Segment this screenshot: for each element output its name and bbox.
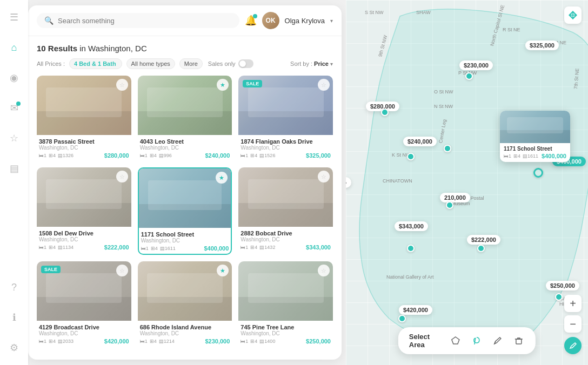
popup-beds: 🛏1 xyxy=(504,153,511,159)
favorite-button-6[interactable]: ☆ xyxy=(318,171,330,182)
map-dot-d2[interactable] xyxy=(381,109,389,116)
zoom-out-button[interactable]: − xyxy=(564,315,582,333)
favorite-button-7[interactable]: ☆ xyxy=(116,265,128,276)
svg-marker-3 xyxy=(569,11,577,19)
property-card-2[interactable]: ★4043 Leo StreetWashington, DC 🛏1 ⊞4 ▤99… xyxy=(138,76,232,161)
sqft-detail: ▤1326 xyxy=(58,153,74,158)
property-card-6[interactable]: ☆2882 Bobcat DriveWashington, DC 🛏1 ⊞4 ▤… xyxy=(238,167,333,255)
price-bubble-b10[interactable]: $250,000 xyxy=(546,281,579,290)
map-dot-d10[interactable] xyxy=(533,168,543,178)
map-dot-d6[interactable] xyxy=(407,245,415,252)
sort-value[interactable]: Price xyxy=(314,60,329,67)
baths-detail: ⊞4 xyxy=(151,246,158,251)
polygon-tool[interactable] xyxy=(449,333,462,348)
sort-chevron-icon[interactable]: ▾ xyxy=(330,61,333,67)
map-dot-d3[interactable] xyxy=(444,145,451,152)
price-bubble-b8[interactable]: $222,000 xyxy=(467,235,500,245)
price-bubble-b4[interactable]: $240,000 xyxy=(403,137,437,146)
map-dot-d7[interactable] xyxy=(477,245,485,252)
map-controls-top xyxy=(564,6,582,24)
property-name-7: 4129 Broadcast Drive xyxy=(39,324,129,330)
property-details-3: 🛏1 ⊞4 ▤1526 $325,000 xyxy=(240,152,331,159)
property-price-6: $343,000 xyxy=(306,244,331,251)
sales-toggle[interactable] xyxy=(238,59,253,68)
map-dot-d9[interactable] xyxy=(555,293,563,301)
sidebar-item-globe[interactable]: ◉ xyxy=(5,69,23,86)
price-bubble-b2[interactable]: $230,000 xyxy=(459,60,493,70)
user-name[interactable]: Olga Krylova xyxy=(285,17,325,25)
zoom-in-button[interactable]: + xyxy=(564,295,582,312)
navigate-button[interactable] xyxy=(564,6,582,24)
price-filter-tag[interactable]: 4 Bed & 1 Bath xyxy=(69,58,122,69)
property-name-3: 1874 Flanigan Oaks Drive xyxy=(240,138,331,145)
sqft-detail: ▤1134 xyxy=(58,245,74,250)
property-info-4: 1508 Del Dew DriveWashington, DC 🛏1 ⊞4 ▤… xyxy=(37,227,131,253)
sidebar-item-settings[interactable]: ⚙ xyxy=(5,339,23,356)
property-card-1[interactable]: ☆3878 Passaic StreetWashington, DC 🛏1 ⊞4… xyxy=(37,76,131,161)
property-card-7[interactable]: SALE☆4129 Broadcast DriveWashington, DC … xyxy=(37,261,131,347)
delete-tool[interactable] xyxy=(512,333,525,348)
property-info-2: 4043 Leo StreetWashington, DC 🛏1 ⊞4 ▤996… xyxy=(138,135,232,161)
property-name-4: 1508 Del Dew Drive xyxy=(39,230,129,236)
search-input[interactable] xyxy=(58,17,232,25)
sidebar-item-help[interactable]: ? xyxy=(5,279,23,296)
notification-dot xyxy=(253,14,257,18)
map-dot-d5[interactable] xyxy=(446,201,453,209)
property-details-8: 🛏1 ⊞4 ▤1214 $230,000 xyxy=(140,338,230,344)
sidebar-item-menu[interactable]: ☰ xyxy=(5,9,23,26)
search-box[interactable]: 🔍 xyxy=(37,13,239,28)
sidebar-item-favorites[interactable]: ☆ xyxy=(5,130,23,147)
bell-button[interactable]: 🔔 xyxy=(245,15,257,26)
header-right: 🔔 OK Olga Krylova ▾ xyxy=(245,12,333,29)
property-image-5: ★ xyxy=(139,168,231,228)
property-card-4[interactable]: ☆1508 Del Dew DriveWashington, DC 🛏1 ⊞4 … xyxy=(37,167,131,255)
price-bubble-b9[interactable]: $420,000 xyxy=(399,305,432,315)
property-info-8: 686 Rhode Island AvenueWashington, DC 🛏1… xyxy=(138,321,232,347)
more-filter-tag[interactable]: More xyxy=(179,58,203,69)
property-details-7: 🛏1 ⊞4 ▤2033 $420,000 xyxy=(39,338,129,344)
sidebar-item-documents[interactable]: ▤ xyxy=(5,160,23,177)
price-bubble-b1[interactable]: $325,000 xyxy=(525,40,559,50)
pencil-tool[interactable] xyxy=(491,333,504,348)
favorite-button-1[interactable]: ☆ xyxy=(116,79,128,91)
lasso-tool[interactable] xyxy=(470,333,483,348)
property-city-1: Washington, DC xyxy=(39,145,129,151)
price-filter-label: All Prices : xyxy=(37,60,65,67)
favorite-button-4[interactable]: ☆ xyxy=(116,171,128,182)
map-dot-d4[interactable] xyxy=(407,153,415,160)
price-bubble-b7[interactable]: $343,000 xyxy=(395,221,428,231)
property-card-9[interactable]: ☆745 Pine Tree LaneWashington, DC 🛏1 ⊞4 … xyxy=(238,261,333,347)
sqft-detail: ▤2033 xyxy=(58,339,74,344)
price-bubble-b6[interactable]: 210,000 xyxy=(440,193,470,202)
sidebar-item-info[interactable]: ℹ xyxy=(5,309,23,326)
results-area: 10 Results in Washington, DC All Prices … xyxy=(28,36,342,76)
user-chevron-icon[interactable]: ▾ xyxy=(330,18,333,24)
map-popup-info: 1171 School Street 🛏1 ⊞4 ▤1611 $400,000 xyxy=(500,143,570,162)
property-image-8: ★ xyxy=(138,261,232,321)
beds-detail: 🛏1 xyxy=(141,246,149,251)
property-card-5[interactable]: ★1171 School StreetWashington, DC 🛏1 ⊞4 … xyxy=(138,167,232,255)
avatar: OK xyxy=(262,12,279,29)
favorite-button-3[interactable]: ☆ xyxy=(318,79,330,91)
favorite-button-8[interactable]: ★ xyxy=(217,265,229,276)
sort-label: Sort by : xyxy=(290,60,312,67)
property-card-8[interactable]: ★686 Rhode Island AvenueWashington, DC 🛏… xyxy=(138,261,232,347)
property-card-3[interactable]: SALE☆1874 Flanigan Oaks DriveWashington,… xyxy=(238,76,333,161)
favorite-button-5[interactable]: ★ xyxy=(216,172,228,184)
baths-detail: ⊞4 xyxy=(49,339,56,344)
map-dot-d1[interactable] xyxy=(465,72,473,80)
property-name-1: 3878 Passaic Street xyxy=(39,138,129,145)
sales-toggle-wrap: Sales only xyxy=(208,59,253,68)
map-popup: 1171 School Street 🛏1 ⊞4 ▤1611 $400,000 xyxy=(500,111,570,162)
favorite-button-2[interactable]: ★ xyxy=(217,79,229,91)
sidebar-item-home[interactable]: ⌂ xyxy=(5,39,23,56)
property-price-7: $420,000 xyxy=(104,338,129,344)
edit-button[interactable] xyxy=(564,337,582,354)
home-type-filter-tag[interactable]: All home types xyxy=(126,58,175,69)
map-dot-d8[interactable] xyxy=(398,315,406,322)
sqft-detail: ▤996 xyxy=(159,153,172,158)
favorite-button-9[interactable]: ☆ xyxy=(318,265,330,276)
map-panel: S St NW SHAW R St NE Q St NE P St NW O S… xyxy=(346,0,588,365)
property-info-6: 2882 Bobcat DriveWashington, DC 🛏1 ⊞4 ▤1… xyxy=(238,227,333,253)
sidebar-item-mail[interactable]: ✉ xyxy=(5,99,23,117)
